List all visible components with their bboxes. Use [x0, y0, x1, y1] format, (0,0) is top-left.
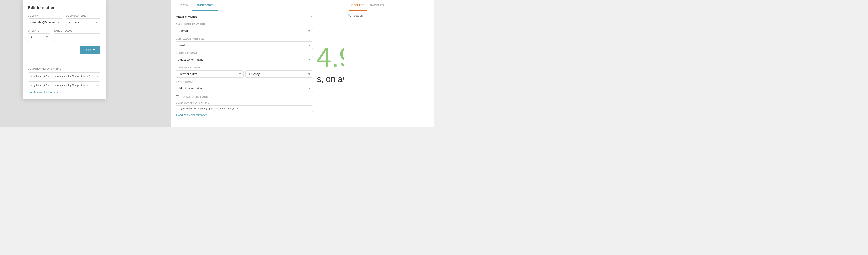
- samples-tab[interactable]: SAMPLES: [367, 0, 387, 11]
- collapse-icon[interactable]: ∧: [310, 15, 313, 20]
- cond-chevron-icon: ›: [310, 107, 310, 110]
- target-value-group: TARGET VALUE: [54, 29, 100, 41]
- subheader-font-size-label: SUBHEADER FONT SIZE: [176, 38, 313, 40]
- number-format-label: NUMBER FORMAT: [176, 52, 313, 55]
- force-date-checkbox[interactable]: [176, 95, 179, 98]
- big-number-font-size-group: BIG NUMBER FONT SIZE Normal: [176, 23, 313, 34]
- operator-label: OPERATOR: [28, 29, 51, 32]
- chart-options-header: Chart Options ∧: [176, 15, 313, 20]
- condition-row-2[interactable]: × (julianday(ReceivedOn) - julianday(Shi…: [28, 81, 100, 89]
- chevron-right-2-icon: ›: [97, 84, 98, 87]
- date-format-label: DATE FORMAT: [176, 81, 313, 83]
- date-format-group: DATE FORMAT Adaptive formatting: [176, 81, 313, 92]
- force-date-row: FORCE DATE FORMAT: [176, 95, 313, 98]
- column-select[interactable]: (julianday(ReceivedOn...: [28, 19, 62, 26]
- chevron-right-1-icon: ›: [97, 75, 98, 78]
- results-tab[interactable]: RESULTS: [349, 0, 367, 11]
- search-icon: 🔍: [348, 14, 351, 17]
- operator-group: OPERATOR <: [28, 29, 51, 41]
- remove-condition-2-icon[interactable]: ×: [30, 83, 32, 87]
- operator-target-row: OPERATOR < TARGET VALUE: [28, 29, 100, 41]
- apply-button[interactable]: APPLY: [80, 46, 100, 54]
- cond-formatting-group: CONDITIONAL FORMATTING × (julianday(Rece…: [176, 102, 313, 117]
- force-date-label: FORCE DATE FORMAT: [181, 95, 212, 98]
- condition-row-1[interactable]: × (julianday(ReceivedOn) - julianday(Shi…: [28, 72, 100, 80]
- modal-title: Edit formatter: [28, 5, 100, 10]
- operator-select[interactable]: <: [28, 33, 51, 41]
- subheader-font-size-select[interactable]: Small: [176, 41, 313, 49]
- column-label: COLUMN: [28, 15, 62, 17]
- currency-format-group: CURRENCY FORMAT Prefix or suffix Currenc…: [176, 66, 313, 78]
- big-number-font-size-select[interactable]: Normal: [176, 27, 313, 34]
- edit-formatter-modal: Edit formatter COLUMN (julianday(Receive…: [23, 0, 106, 100]
- conditional-label: CONDITIONAL FORMATTING: [28, 67, 100, 70]
- color-scheme-label: COLOR SCHEME: [66, 15, 100, 17]
- column-color-row: COLUMN (julianday(ReceivedOn... COLOR SC…: [28, 15, 100, 26]
- cond-row-1[interactable]: × (julianday(ReceivedOn) - julianday(Shi…: [176, 106, 313, 112]
- cond-formatting-label: CONDITIONAL FORMATTING: [176, 102, 313, 104]
- subheader-font-size-group: SUBHEADER FONT SIZE Small: [176, 38, 313, 49]
- currency-select[interactable]: Currency: [245, 70, 313, 78]
- conditional-section: CONDITIONAL FORMATTING × (julianday(Rece…: [28, 67, 100, 94]
- condition-text-1: (julianday(ReceivedOn) - julianday(Shipp…: [34, 75, 97, 78]
- color-scheme-group: COLOR SCHEME success: [66, 15, 100, 26]
- sidebar-content: Chart Options ∧ BIG NUMBER FONT SIZE Nor…: [171, 11, 317, 123]
- search-input[interactable]: [353, 14, 430, 17]
- number-format-select[interactable]: Adaptive formatting: [176, 56, 313, 63]
- add-formatter-button[interactable]: + Add new color formatter: [28, 91, 100, 94]
- currency-format-label: CURRENCY FORMAT: [176, 66, 313, 69]
- apply-row: APPLY: [28, 45, 100, 54]
- remove-condition-1-icon[interactable]: ×: [30, 74, 32, 78]
- customize-tab[interactable]: CUSTOMIZE: [192, 0, 218, 11]
- big-number-font-size-label: BIG NUMBER FONT SIZE: [176, 23, 313, 26]
- sidebar-add-formatter-button[interactable]: + Add new color formatter: [176, 114, 313, 117]
- cond-condition-text: (julianday(ReceivedOn) - julianday(Shipp…: [181, 107, 308, 110]
- number-format-group: NUMBER FORMAT Adaptive formatting: [176, 52, 313, 63]
- column-group: COLUMN (julianday(ReceivedOn...: [28, 15, 62, 26]
- cond-remove-icon[interactable]: ×: [178, 107, 180, 110]
- tabs-header: DATA CUSTOMIZE: [171, 0, 317, 11]
- chart-options-title: Chart Options: [176, 15, 197, 19]
- search-container: 🔍: [344, 11, 434, 20]
- condition-text-2: (julianday(ReceivedOn) - julianday(Shipp…: [34, 84, 97, 86]
- data-tab[interactable]: DATA: [176, 0, 192, 11]
- prefix-suffix-select[interactable]: Prefix or suffix: [176, 70, 244, 78]
- date-format-select[interactable]: Adaptive formatting: [176, 85, 313, 92]
- color-scheme-select[interactable]: success: [66, 19, 100, 26]
- results-panel: RESULTS SAMPLES 🔍: [344, 0, 434, 128]
- target-value-label: TARGET VALUE: [54, 29, 100, 32]
- customize-panel: DATA CUSTOMIZE Chart Options ∧ BIG NUMBE…: [171, 0, 317, 128]
- target-value-input[interactable]: [54, 33, 100, 41]
- currency-row: Prefix or suffix Currency: [176, 70, 313, 78]
- results-tabs-header: RESULTS SAMPLES: [344, 0, 434, 11]
